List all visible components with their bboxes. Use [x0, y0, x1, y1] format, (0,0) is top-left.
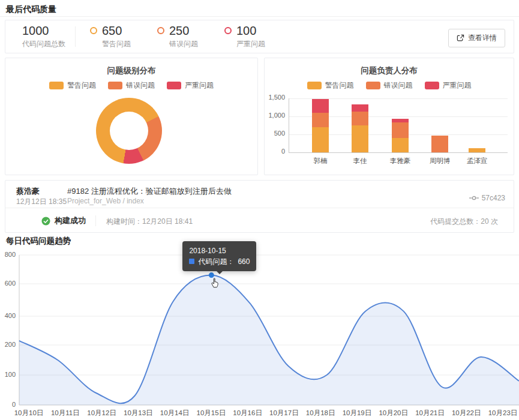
stat-total-label: 代码问题总数	[22, 39, 75, 49]
legend-error-label: 错误问题	[126, 80, 155, 91]
x-tick-label: 10月16日	[229, 409, 267, 418]
commit-hash-link[interactable]: 57c423	[469, 194, 505, 202]
bar-segment[interactable]	[312, 99, 329, 113]
y-tick-label: 0	[0, 401, 16, 408]
y-tick-label: 1,000	[265, 112, 285, 119]
tooltip-label: 代码问题：	[198, 256, 234, 267]
legend-item-critical[interactable]: 严重问题	[425, 80, 472, 91]
tooltip-marker-icon	[189, 259, 194, 264]
commit-title: #9182 注册流程优化：验证邮箱放到注册后去做	[67, 186, 232, 197]
issue-level-card: 问题级别分布 警告问题 错误问题 严重问题	[5, 58, 258, 175]
bar-segment[interactable]	[469, 148, 485, 152]
bar-segment[interactable]	[352, 104, 368, 112]
x-tick-label: 10月18日	[301, 409, 340, 418]
build-divider	[95, 215, 96, 226]
view-details-button[interactable]: 查看详情	[448, 29, 505, 47]
y-axis-line	[289, 98, 289, 152]
x-tick-label: 10月14日	[155, 409, 194, 418]
trend-svg	[0, 249, 519, 420]
bar-segment[interactable]	[392, 122, 409, 138]
build-status-label: 构建成功	[55, 215, 86, 226]
issue-owner-title: 问题负责人分布	[265, 65, 514, 76]
bar-category-label: 李佳	[339, 157, 381, 166]
error-swatch-icon	[108, 82, 122, 89]
x-tick-label: 10月23日	[484, 409, 519, 418]
tooltip-date: 2018-10-15	[189, 245, 250, 256]
x-tick-label: 10月10日	[10, 409, 48, 418]
bar-segment[interactable]	[352, 112, 368, 125]
bar-segment[interactable]	[431, 136, 448, 152]
legend-error-label: 错误问题	[384, 80, 413, 91]
stat-warning-value: 650	[102, 24, 131, 37]
legend-warning-label: 警告问题	[325, 80, 354, 91]
x-tick-label: 10月22日	[447, 409, 485, 418]
build-row: 构建成功 构建时间：12月20日 18:41 代码提交总数：20 次	[5, 208, 514, 233]
bar-segment[interactable]	[312, 113, 329, 127]
tooltip-arrow	[217, 271, 223, 274]
bar-segment[interactable]	[352, 125, 368, 152]
tooltip-value: 660	[238, 256, 250, 267]
owner-bar-plot[interactable]: 郭楠李佳李雅豪周明博孟泽宣	[289, 98, 508, 152]
view-details-label: 查看详情	[468, 33, 497, 43]
stat-critical-label: 严重问题	[236, 39, 265, 49]
external-link-icon	[457, 34, 464, 42]
issue-level-legend: 警告问题 错误问题 严重问题	[5, 80, 257, 91]
y-tick-label: 600	[0, 280, 16, 287]
error-swatch-icon	[366, 82, 380, 89]
commit-datetime: 12月12日 18:35	[16, 197, 67, 207]
stat-error-value: 250	[169, 24, 198, 37]
legend-item-error[interactable]: 错误问题	[366, 80, 413, 91]
summary-card: 1000 代码问题总数 650 警告问题 250 错误问题 100 严重问题 查…	[5, 20, 514, 53]
issue-owner-legend: 警告问题 错误问题 严重问题	[265, 80, 514, 91]
warning-swatch-icon	[49, 82, 64, 89]
y-tick-label: 100	[0, 371, 16, 378]
critical-swatch-icon	[167, 82, 181, 89]
bar-segment[interactable]	[392, 138, 409, 152]
legend-warning-label: 警告问题	[67, 80, 96, 91]
warning-swatch-icon	[307, 82, 322, 89]
commit-card: 蔡浩豪 12月12日 18:35 #9182 注册流程优化：验证邮箱放到注册后去…	[5, 180, 514, 233]
x-axis-line	[289, 152, 508, 153]
issue-level-title: 问题级别分布	[5, 65, 257, 76]
bar-category-label: 李雅豪	[379, 157, 421, 166]
stat-total-value: 1000	[22, 24, 75, 37]
legend-item-error[interactable]: 错误问题	[108, 80, 155, 91]
legend-item-warning[interactable]: 警告问题	[307, 80, 354, 91]
x-tick-label: 10月21日	[410, 409, 449, 418]
legend-critical-label: 严重问题	[443, 80, 472, 91]
build-commit-count: 代码提交总数：20 次	[430, 217, 498, 227]
git-commit-icon	[469, 195, 479, 201]
commit-count-label: 代码提交总数：	[430, 217, 481, 226]
error-dot-icon	[157, 27, 164, 34]
critical-dot-icon	[224, 27, 232, 34]
y-tick-label: 800	[0, 251, 16, 258]
stat-total: 1000 代码问题总数	[22, 24, 75, 49]
y-tick-label: 500	[265, 130, 285, 137]
header-divider	[0, 16, 519, 17]
x-tick-label: 10月17日	[265, 409, 303, 418]
legend-item-warning[interactable]: 警告问题	[49, 80, 96, 91]
commit-project-path: Project_for_Web / index	[67, 197, 144, 205]
stat-warning: 650 警告问题	[90, 24, 143, 49]
x-tick-label: 10月15日	[192, 409, 230, 418]
stat-error: 250 错误问题	[157, 24, 210, 49]
commit-hash: 57c423	[482, 194, 505, 202]
build-time: 构建时间：12月20日 18:41	[106, 217, 193, 227]
donut-chart[interactable]	[96, 98, 162, 164]
trend-chart[interactable]: 2018-10-15 代码问题：660 800600400200100010月1…	[0, 249, 519, 420]
x-tick-label: 10月20日	[374, 409, 413, 418]
legend-item-critical[interactable]: 严重问题	[167, 80, 214, 91]
y-tick-label: 400	[0, 312, 16, 319]
commit-author: 蔡浩豪	[16, 186, 40, 197]
stat-critical: 100 严重问题	[224, 24, 277, 49]
bar-segment[interactable]	[392, 119, 409, 122]
trend-title: 每日代码问题趋势	[6, 236, 71, 247]
build-status: 构建成功	[41, 215, 86, 226]
stat-error-label: 错误问题	[169, 39, 198, 49]
bar-segment[interactable]	[312, 127, 329, 152]
stat-warning-label: 警告问题	[102, 39, 131, 49]
bar-category-label: 孟泽宣	[456, 157, 498, 166]
issue-owner-card: 问题负责人分布 警告问题 错误问题 严重问题 1,500 1,000 500 0…	[264, 58, 514, 175]
x-tick-label: 10月11日	[46, 409, 85, 418]
donut-hole	[110, 112, 148, 150]
